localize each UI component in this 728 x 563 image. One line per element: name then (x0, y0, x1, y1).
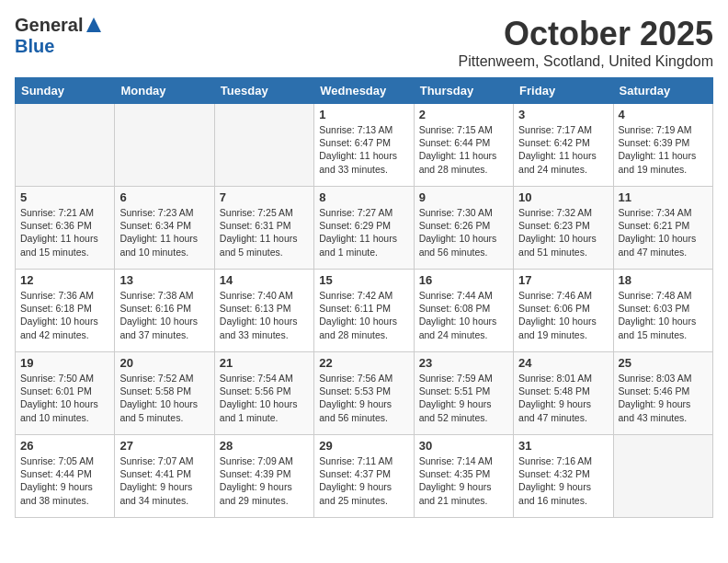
calendar-week-row: 26Sunrise: 7:05 AM Sunset: 4:44 PM Dayli… (16, 435, 713, 518)
day-number: 11 (619, 190, 708, 204)
day-info: Sunrise: 7:56 AM Sunset: 5:53 PM Dayligh… (319, 372, 408, 424)
day-info: Sunrise: 7:38 AM Sunset: 6:16 PM Dayligh… (119, 289, 209, 341)
calendar-cell: 11Sunrise: 7:34 AM Sunset: 6:21 PM Dayli… (613, 187, 712, 270)
calendar-cell: 20Sunrise: 7:52 AM Sunset: 5:58 PM Dayli… (115, 352, 214, 435)
calendar-cell: 12Sunrise: 7:36 AM Sunset: 6:18 PM Dayli… (16, 270, 115, 352)
calendar-cell: 2Sunrise: 7:15 AM Sunset: 6:44 PM Daylig… (414, 104, 513, 187)
calendar-week-row: 1Sunrise: 7:13 AM Sunset: 6:47 PM Daylig… (16, 104, 713, 187)
day-number: 29 (319, 439, 408, 453)
calendar-cell: 16Sunrise: 7:44 AM Sunset: 6:08 PM Dayli… (414, 270, 513, 352)
day-number: 30 (419, 439, 508, 453)
day-info: Sunrise: 7:15 AM Sunset: 6:44 PM Dayligh… (419, 123, 508, 176)
day-number: 7 (220, 190, 309, 204)
day-info: Sunrise: 7:30 AM Sunset: 6:26 PM Dayligh… (419, 206, 508, 259)
calendar-cell: 13Sunrise: 7:38 AM Sunset: 6:16 PM Dayli… (115, 270, 214, 352)
day-number: 4 (619, 108, 708, 121)
calendar-cell: 3Sunrise: 7:17 AM Sunset: 6:42 PM Daylig… (514, 104, 613, 187)
day-info: Sunrise: 7:52 AM Sunset: 5:58 PM Dayligh… (119, 372, 209, 424)
day-info: Sunrise: 7:54 AM Sunset: 5:56 PM Dayligh… (220, 372, 309, 424)
weekday-header: Monday (115, 78, 214, 104)
day-info: Sunrise: 7:13 AM Sunset: 6:47 PM Dayligh… (319, 123, 408, 176)
day-number: 23 (419, 356, 508, 370)
day-info: Sunrise: 7:16 AM Sunset: 4:32 PM Dayligh… (518, 454, 608, 507)
calendar-week-row: 12Sunrise: 7:36 AM Sunset: 6:18 PM Dayli… (16, 270, 713, 352)
calendar-cell: 21Sunrise: 7:54 AM Sunset: 5:56 PM Dayli… (214, 352, 313, 435)
day-info: Sunrise: 7:42 AM Sunset: 6:11 PM Dayligh… (319, 289, 408, 341)
weekday-header: Thursday (414, 78, 513, 104)
day-number: 26 (20, 439, 109, 453)
calendar-cell: 26Sunrise: 7:05 AM Sunset: 4:44 PM Dayli… (16, 435, 115, 518)
calendar-cell: 19Sunrise: 7:50 AM Sunset: 6:01 PM Dayli… (16, 352, 115, 435)
calendar-cell (214, 104, 313, 187)
calendar-header-row: SundayMondayTuesdayWednesdayThursdayFrid… (16, 78, 713, 104)
calendar-cell: 5Sunrise: 7:21 AM Sunset: 6:36 PM Daylig… (16, 187, 115, 270)
weekday-header: Wednesday (314, 78, 414, 104)
calendar-cell: 1Sunrise: 7:13 AM Sunset: 6:47 PM Daylig… (314, 104, 414, 187)
weekday-header: Friday (514, 78, 613, 104)
calendar-cell: 6Sunrise: 7:23 AM Sunset: 6:34 PM Daylig… (115, 187, 214, 270)
day-info: Sunrise: 7:09 AM Sunset: 4:39 PM Dayligh… (220, 454, 309, 507)
day-number: 20 (119, 356, 209, 370)
day-info: Sunrise: 7:32 AM Sunset: 6:23 PM Dayligh… (518, 206, 608, 259)
logo-icon (85, 16, 103, 34)
calendar-week-row: 5Sunrise: 7:21 AM Sunset: 6:36 PM Daylig… (16, 187, 713, 270)
day-info: Sunrise: 7:25 AM Sunset: 6:31 PM Dayligh… (220, 206, 309, 259)
title-block: October 2025 Pittenweem, Scotland, Unite… (459, 15, 713, 70)
day-info: Sunrise: 7:14 AM Sunset: 4:35 PM Dayligh… (419, 454, 508, 507)
calendar-cell: 31Sunrise: 7:16 AM Sunset: 4:32 PM Dayli… (514, 435, 613, 518)
day-number: 28 (220, 439, 309, 453)
day-info: Sunrise: 7:11 AM Sunset: 4:37 PM Dayligh… (319, 454, 408, 507)
day-info: Sunrise: 7:46 AM Sunset: 6:06 PM Dayligh… (518, 289, 608, 341)
day-number: 25 (619, 356, 708, 370)
day-number: 13 (119, 273, 209, 287)
weekday-header: Tuesday (214, 78, 313, 104)
calendar-cell (16, 104, 115, 187)
calendar-cell: 14Sunrise: 7:40 AM Sunset: 6:13 PM Dayli… (214, 270, 313, 352)
calendar-cell: 23Sunrise: 7:59 AM Sunset: 5:51 PM Dayli… (414, 352, 513, 435)
day-info: Sunrise: 7:05 AM Sunset: 4:44 PM Dayligh… (20, 454, 109, 507)
day-number: 3 (518, 108, 608, 121)
day-number: 5 (20, 190, 109, 204)
day-info: Sunrise: 7:07 AM Sunset: 4:41 PM Dayligh… (119, 454, 209, 507)
day-info: Sunrise: 8:03 AM Sunset: 5:46 PM Dayligh… (619, 372, 708, 424)
header: General Blue October 2025 Pittenweem, Sc… (15, 15, 713, 70)
day-info: Sunrise: 7:50 AM Sunset: 6:01 PM Dayligh… (20, 372, 109, 424)
month-title: October 2025 (459, 15, 713, 53)
logo: General Blue (15, 15, 103, 57)
calendar-cell: 27Sunrise: 7:07 AM Sunset: 4:41 PM Dayli… (115, 435, 214, 518)
day-info: Sunrise: 7:17 AM Sunset: 6:42 PM Dayligh… (518, 123, 608, 176)
day-number: 1 (319, 108, 408, 121)
day-info: Sunrise: 7:21 AM Sunset: 6:36 PM Dayligh… (20, 206, 109, 259)
day-number: 24 (518, 356, 608, 370)
calendar-cell: 7Sunrise: 7:25 AM Sunset: 6:31 PM Daylig… (214, 187, 313, 270)
day-number: 10 (518, 190, 608, 204)
day-number: 21 (220, 356, 309, 370)
calendar-cell: 18Sunrise: 7:48 AM Sunset: 6:03 PM Dayli… (613, 270, 712, 352)
day-info: Sunrise: 7:40 AM Sunset: 6:13 PM Dayligh… (220, 289, 309, 341)
day-number: 19 (20, 356, 109, 370)
svg-marker-0 (86, 17, 101, 32)
calendar-cell: 15Sunrise: 7:42 AM Sunset: 6:11 PM Dayli… (314, 270, 414, 352)
day-info: Sunrise: 7:23 AM Sunset: 6:34 PM Dayligh… (119, 206, 209, 259)
calendar-cell (115, 104, 214, 187)
calendar-cell: 10Sunrise: 7:32 AM Sunset: 6:23 PM Dayli… (514, 187, 613, 270)
day-number: 14 (220, 273, 309, 287)
day-number: 15 (319, 273, 408, 287)
day-number: 6 (119, 190, 209, 204)
calendar-cell: 24Sunrise: 8:01 AM Sunset: 5:48 PM Dayli… (514, 352, 613, 435)
logo-blue-text: Blue (15, 36, 54, 56)
calendar-cell: 17Sunrise: 7:46 AM Sunset: 6:06 PM Dayli… (514, 270, 613, 352)
calendar-cell: 4Sunrise: 7:19 AM Sunset: 6:39 PM Daylig… (613, 104, 712, 187)
weekday-header: Sunday (16, 78, 115, 104)
calendar-cell: 22Sunrise: 7:56 AM Sunset: 5:53 PM Dayli… (314, 352, 414, 435)
day-number: 12 (20, 273, 109, 287)
day-number: 9 (419, 190, 508, 204)
day-number: 22 (319, 356, 408, 370)
calendar-cell: 8Sunrise: 7:27 AM Sunset: 6:29 PM Daylig… (314, 187, 414, 270)
calendar-cell: 30Sunrise: 7:14 AM Sunset: 4:35 PM Dayli… (414, 435, 513, 518)
calendar-cell (613, 435, 712, 518)
calendar-cell: 29Sunrise: 7:11 AM Sunset: 4:37 PM Dayli… (314, 435, 414, 518)
day-info: Sunrise: 7:34 AM Sunset: 6:21 PM Dayligh… (619, 206, 708, 259)
day-info: Sunrise: 7:44 AM Sunset: 6:08 PM Dayligh… (419, 289, 508, 341)
calendar: SundayMondayTuesdayWednesdayThursdayFrid… (15, 77, 713, 518)
